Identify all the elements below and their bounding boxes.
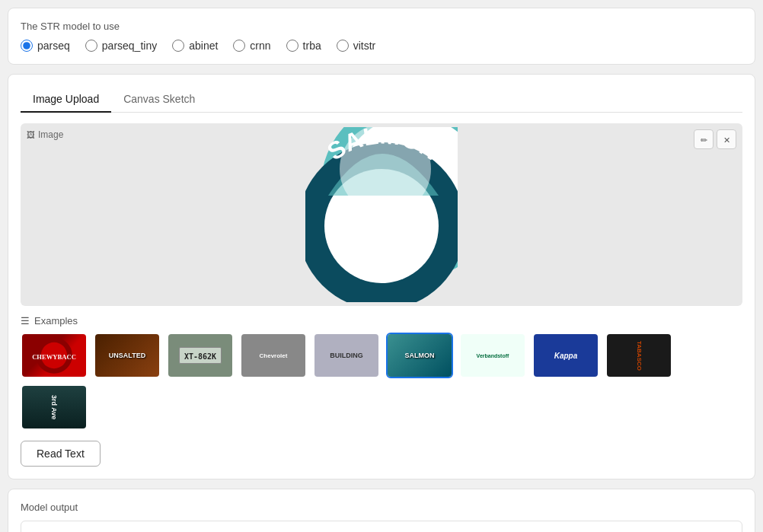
- example-kappa[interactable]: Kappa: [532, 333, 599, 378]
- radio-item-crnn[interactable]: crnn: [233, 40, 270, 52]
- read-text-button[interactable]: Read Text: [21, 441, 101, 467]
- radio-vitstr[interactable]: [337, 40, 349, 52]
- image-controls: [694, 129, 736, 149]
- thumb-unsalted-bg: UNSALTED: [95, 334, 159, 377]
- uploaded-image: SALMON: [305, 127, 458, 302]
- radio-parseq[interactable]: [21, 40, 33, 52]
- example-unsalted[interactable]: UNSALTED: [94, 333, 161, 378]
- image-display-area[interactable]: Image: [21, 123, 742, 306]
- radio-label-vitstr: vitstr: [353, 40, 376, 52]
- model-selector-label: The STR model to use: [21, 21, 742, 32]
- tab-canvas-sketch[interactable]: Canvas Sketch: [111, 87, 207, 113]
- radio-item-vitstr[interactable]: vitstr: [337, 40, 376, 52]
- model-output-card: Model output SALMON: [8, 489, 755, 532]
- thumb-salmon-bg: SALMON: [388, 334, 452, 377]
- output-label: Model output: [21, 502, 742, 513]
- thumb-verbands-bg: Verbandstoff: [461, 334, 525, 377]
- image-upload-card: Image Upload Canvas Sketch Image: [8, 74, 755, 479]
- radio-abinet[interactable]: [172, 40, 184, 52]
- example-plate[interactable]: XT-862K: [167, 333, 234, 378]
- svg-point-5: [340, 127, 431, 215]
- radio-parseq-tiny[interactable]: [85, 40, 97, 52]
- example-salmon[interactable]: SALMON: [386, 333, 453, 378]
- hamburger-icon: [21, 315, 30, 327]
- example-building[interactable]: BUILDING: [313, 333, 380, 378]
- app-wrapper: The STR model to use parseq parseq_tiny …: [0, 0, 763, 532]
- tab-bar: Image Upload Canvas Sketch: [21, 87, 742, 113]
- thumb-plate-bg: XT-862K: [168, 334, 232, 377]
- radio-item-trba[interactable]: trba: [286, 40, 321, 52]
- examples-label: Examples: [34, 315, 78, 327]
- radio-label-parseq-tiny: parseq_tiny: [102, 40, 157, 52]
- image-area-label: Image: [27, 129, 63, 140]
- chewy-svg: CHEWYBACC: [22, 333, 86, 378]
- thumb-building-bg: BUILDING: [314, 334, 378, 377]
- radio-crnn[interactable]: [233, 40, 245, 52]
- radio-label-parseq: parseq: [37, 40, 70, 52]
- model-selector-card: The STR model to use parseq parseq_tiny …: [8, 8, 755, 65]
- examples-row: CHEWYBACC UNSALTED XT-862K: [21, 333, 742, 430]
- radio-label-trba: trba: [303, 40, 321, 52]
- image-icon: [27, 129, 35, 140]
- example-chevy[interactable]: Chevrolet: [240, 333, 307, 378]
- close-icon: [723, 134, 730, 145]
- radio-item-abinet[interactable]: abinet: [172, 40, 218, 52]
- radio-trba[interactable]: [286, 40, 298, 52]
- thumb-vertical1-bg: TABASCO: [607, 334, 671, 377]
- thumb-chevy-bg: Chevrolet: [241, 334, 305, 377]
- radio-label-crnn: crnn: [250, 40, 270, 52]
- example-ave[interactable]: 3rd Ave: [21, 384, 88, 430]
- radio-label-abinet: abinet: [189, 40, 218, 52]
- example-verbandstoff[interactable]: Verbandstoff: [459, 333, 526, 378]
- edit-image-button[interactable]: [694, 129, 714, 149]
- svg-text:CHEWYBACC: CHEWYBACC: [32, 353, 76, 361]
- thumb-kappa-bg: Kappa: [534, 334, 598, 377]
- radio-item-parseq[interactable]: parseq: [21, 40, 70, 52]
- edit-icon: [701, 134, 707, 145]
- remove-image-button[interactable]: [717, 129, 736, 149]
- image-label-text: Image: [38, 129, 63, 140]
- example-chewy[interactable]: CHEWYBACC: [21, 333, 88, 378]
- examples-header: Examples: [21, 315, 742, 327]
- model-radio-group: parseq parseq_tiny abinet crnn trba vits…: [21, 40, 742, 52]
- tab-image-upload[interactable]: Image Upload: [21, 87, 111, 113]
- example-vertical1[interactable]: TABASCO: [605, 333, 672, 378]
- radio-item-parseq-tiny[interactable]: parseq_tiny: [85, 40, 157, 52]
- thumb-ave-bg: 3rd Ave: [22, 386, 86, 428]
- output-value: SALMON: [21, 521, 742, 532]
- thumb-chewy-bg: CHEWYBACC: [22, 334, 86, 377]
